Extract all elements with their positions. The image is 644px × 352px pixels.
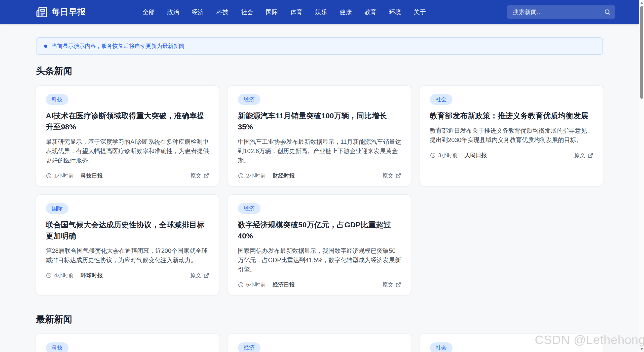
main-content: 当前显示演示内容，服务恢复后将自动更新为最新新闻 头条新闻 科技 AI技术在医疗… xyxy=(36,37,603,352)
original-article-link[interactable]: 原文 xyxy=(574,152,593,159)
news-excerpt: 教育部近日发布关于推进义务教育优质均衡发展的指导意见，提出到2030年实现县域内… xyxy=(430,126,593,145)
news-excerpt: 国家网信办发布最新数据显示，我国数字经济规模已突破50万亿元，占GDP比重达到4… xyxy=(238,246,401,274)
newspaper-icon xyxy=(36,6,48,18)
news-card[interactable]: 国际 联合国气候大会达成历史性协议，全球减排目标更加明确 第28届联合国气候变化… xyxy=(36,194,219,295)
search-icon[interactable] xyxy=(604,9,611,15)
news-meta: 2小时前 财经时报 原文 xyxy=(238,172,401,180)
brand-title: 每日早报 xyxy=(52,6,86,18)
category-tag: 科技 xyxy=(46,94,68,105)
original-link-label: 原文 xyxy=(190,172,201,180)
news-card[interactable]: 经济 新能源汽车11月销量突破100万辆，同比增长35% 中国汽车工业协会发布最… xyxy=(228,85,411,186)
scroll-up-arrow-icon[interactable] xyxy=(640,2,643,4)
news-title[interactable]: 教育部发布新政策：推进义务教育优质均衡发展 xyxy=(430,110,593,121)
news-card[interactable]: 社会 教育部发布新政策：推进义务教育优质均衡发展 教育部近日发布关于推进义务教育… xyxy=(420,85,603,186)
scrollbar[interactable] xyxy=(639,0,644,352)
clock-icon xyxy=(46,173,52,179)
brand[interactable]: 每日早报 xyxy=(36,6,86,18)
notice-text: 当前显示演示内容，服务恢复后将自动更新为最新新闻 xyxy=(52,42,184,50)
headlines-grid: 科技 AI技术在医疗诊断领域取得重大突破，准确率提升至98% 最新研究显示，基于… xyxy=(36,85,603,295)
news-card[interactable]: 科技 xyxy=(36,334,219,352)
news-time: 5小时前 xyxy=(246,281,266,289)
nav-item[interactable]: 经济 xyxy=(192,8,204,16)
news-title[interactable]: AI技术在医疗诊断领域取得重大突破，准确率提升至98% xyxy=(46,110,209,132)
nav-item[interactable]: 社会 xyxy=(241,8,253,16)
app-header: 每日早报 全部 政治 经济 科技 社会 国际 体育 娱乐 健康 教育 xyxy=(0,0,639,24)
news-source: 经济日报 xyxy=(273,281,295,289)
original-article-link[interactable]: 原文 xyxy=(382,172,401,180)
news-excerpt: 中国汽车工业协会发布最新数据显示，11月新能源汽车销量达到102.6万辆，创历史… xyxy=(238,137,401,165)
news-source: 人民日报 xyxy=(465,152,487,159)
external-link-icon xyxy=(204,273,209,278)
news-excerpt: 第28届联合国气候变化大会在迪拜闭幕，近200个国家就全球减排目标达成历史性协议… xyxy=(46,246,209,265)
nav-item[interactable]: 环境 xyxy=(389,8,401,16)
section-title-latest: 最新新闻 xyxy=(36,314,603,325)
category-tag: 社会 xyxy=(430,94,452,105)
external-link-icon xyxy=(396,173,401,179)
original-link-label: 原文 xyxy=(382,172,393,180)
category-tag: 社会 xyxy=(430,342,452,352)
news-time: 2小时前 xyxy=(246,172,266,180)
nav-item[interactable]: 政治 xyxy=(167,8,179,16)
news-title[interactable]: 新能源汽车11月销量突破100万辆，同比增长35% xyxy=(238,110,401,132)
news-source: 环球时报 xyxy=(81,272,103,279)
external-link-icon xyxy=(204,173,209,179)
search-input[interactable] xyxy=(507,5,615,19)
nav-item[interactable]: 科技 xyxy=(216,8,229,16)
news-card[interactable]: 经济 xyxy=(228,334,411,352)
clock-icon xyxy=(238,173,244,179)
news-source: 财经时报 xyxy=(273,172,295,180)
external-link-icon xyxy=(396,282,401,288)
nav-item[interactable]: 教育 xyxy=(364,8,376,16)
scroll-down-arrow-icon[interactable] xyxy=(640,348,643,350)
news-time: 1小时前 xyxy=(54,172,74,180)
clock-icon xyxy=(46,272,52,278)
news-card[interactable]: 科技 AI技术在医疗诊断领域取得重大突破，准确率提升至98% 最新研究显示，基于… xyxy=(36,85,219,186)
original-link-label: 原文 xyxy=(574,152,585,159)
news-meta: 4小时前 环球时报 原文 xyxy=(46,272,209,279)
news-title[interactable]: 数字经济规模突破50万亿元，占GDP比重超过40% xyxy=(238,219,401,241)
nav-item[interactable]: 娱乐 xyxy=(315,8,327,16)
search-box xyxy=(507,5,615,19)
news-meta: 1小时前 科技日报 原文 xyxy=(46,172,209,180)
latest-grid: 科技 经济 社会 xyxy=(36,334,603,352)
page: 每日早报 全部 政治 经济 科技 社会 国际 体育 娱乐 健康 教育 xyxy=(0,0,639,352)
original-article-link[interactable]: 原文 xyxy=(190,272,209,279)
news-meta: 3小时前 人民日报 原文 xyxy=(430,152,593,159)
notice-dot-icon xyxy=(44,45,47,48)
category-tag: 经济 xyxy=(238,203,260,214)
original-link-label: 原文 xyxy=(382,281,393,289)
original-article-link[interactable]: 原文 xyxy=(382,281,401,289)
news-source: 科技日报 xyxy=(81,172,103,180)
category-tag: 经济 xyxy=(238,94,260,105)
news-time: 3小时前 xyxy=(438,152,458,159)
news-meta: 5小时前 经济日报 原文 xyxy=(238,281,401,289)
category-tag: 经济 xyxy=(238,342,260,352)
nav-item[interactable]: 全部 xyxy=(142,8,155,16)
news-time: 4小时前 xyxy=(54,272,74,279)
original-link-label: 原文 xyxy=(190,272,201,279)
clock-icon xyxy=(430,152,436,158)
nav-item[interactable]: 关于 xyxy=(414,8,426,16)
clock-icon xyxy=(238,282,244,288)
main-nav: 全部 政治 经济 科技 社会 国际 体育 娱乐 健康 教育 环境 关于 xyxy=(142,8,426,16)
nav-item[interactable]: 体育 xyxy=(290,8,302,16)
news-card[interactable]: 社会 xyxy=(420,334,603,352)
nav-item[interactable]: 国际 xyxy=(266,8,278,16)
external-link-icon xyxy=(588,153,593,158)
demo-notice-banner: 当前显示演示内容，服务恢复后将自动更新为最新新闻 xyxy=(36,37,603,55)
scrollbar-thumb[interactable] xyxy=(640,6,643,99)
original-article-link[interactable]: 原文 xyxy=(190,172,209,180)
category-tag: 国际 xyxy=(46,203,68,214)
category-tag: 科技 xyxy=(46,342,68,352)
news-excerpt: 最新研究显示，基于深度学习的AI诊断系统在多种疾病检测中表现优异，有望大幅提高医… xyxy=(46,137,209,165)
news-title[interactable]: 联合国气候大会达成历史性协议，全球减排目标更加明确 xyxy=(46,219,209,241)
news-card[interactable]: 经济 数字经济规模突破50万亿元，占GDP比重超过40% 国家网信办发布最新数据… xyxy=(228,194,411,295)
section-title-headlines: 头条新闻 xyxy=(36,65,603,76)
nav-item[interactable]: 健康 xyxy=(340,8,352,16)
